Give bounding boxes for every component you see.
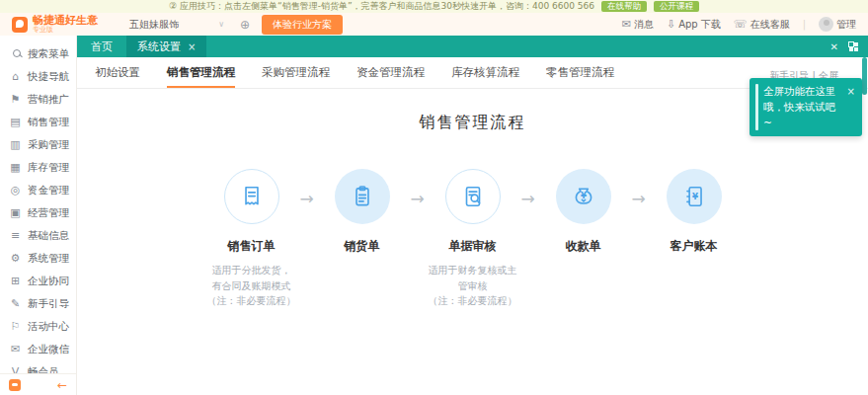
sidebar: 搜索菜单 ⌂快捷导航 ⚑营销推广 ▤销售管理 ▥采购管理 ▦库存管理 ◎资金管理…: [0, 36, 77, 395]
step-note: 适用于分批发货， 有合同及账期模式 （注：非必要流程）: [207, 263, 296, 309]
audit-circle: [445, 169, 501, 224]
sidebar-item-inventory[interactable]: ▦库存管理: [0, 156, 76, 179]
app-download-link[interactable]: ⇩ App 下载: [667, 18, 721, 32]
scrollbar-thumb[interactable]: [862, 57, 867, 95]
logo-name: 畅捷通好生意: [33, 15, 98, 26]
tile-view-icon[interactable]: [848, 41, 858, 51]
home-icon: ⌂: [9, 70, 22, 83]
fullscreen-tooltip: 全屏功能在这里哦，快来试试吧~ ×: [750, 78, 862, 136]
customer-ledger-circle: ¥: [667, 169, 722, 224]
sidebar-footer: ←: [0, 373, 76, 395]
sidebar-item-member[interactable]: V畅会员: [0, 360, 76, 373]
flow-arrow-icon: →: [520, 189, 536, 208]
subtab-initial-settings[interactable]: 初始设置: [95, 57, 140, 88]
envelope-icon: ✉: [9, 343, 22, 356]
user-menu[interactable]: 管理: [819, 17, 856, 32]
subtab-inventory-process[interactable]: 库存核算流程: [451, 57, 519, 88]
flow-step-receipt: ¥ 收款单: [536, 169, 631, 255]
company-select-value: 五姐妹服饰: [129, 18, 179, 32]
payment-pouch-icon: ¥: [571, 184, 596, 209]
sidebar-item-collaboration[interactable]: ⊞企业协同: [0, 270, 76, 292]
collaboration-icon: ⊞: [9, 275, 22, 287]
message-icon: ✉: [622, 18, 631, 31]
tab-home[interactable]: 首页: [77, 40, 126, 54]
sidebar-item-sales[interactable]: ▤销售管理: [0, 111, 76, 133]
info-icon: ②: [169, 1, 177, 11]
sidebar-item-search-menu[interactable]: 搜索菜单: [0, 42, 76, 65]
help-online-button[interactable]: 在线帮助: [601, 1, 647, 12]
sidebar-item-funds[interactable]: ◎资金管理: [0, 179, 76, 201]
subtab-retail-process[interactable]: 零售管理流程: [546, 57, 614, 88]
sidebar-item-beginner-guide[interactable]: ✎新手引导: [0, 292, 76, 315]
report-chart-icon: ▣: [9, 206, 22, 219]
subtab-sales-process[interactable]: 销售管理流程: [167, 57, 235, 88]
sidebar-item-purchase[interactable]: ▥采购管理: [0, 133, 76, 156]
try-industry-solution-button[interactable]: 体验行业方案: [262, 15, 343, 35]
sales-flow-diagram: 销售订单 适用于分批发货， 有合同及账期模式 （注：非必要流程） →: [77, 169, 868, 309]
company-select[interactable]: 五姐妹服饰 ∨: [129, 18, 224, 32]
sidebar-item-marketing[interactable]: ⚑营销推广: [0, 88, 76, 111]
sidebar-item-base-info[interactable]: ≡基础信息: [0, 224, 76, 247]
audit-search-icon: [460, 184, 486, 209]
app-logo: 畅捷通好生意 专业版: [12, 15, 98, 34]
step-note: 适用于财务复核或主 管审核 （注：非必要流程）: [429, 263, 517, 309]
tab-system-settings[interactable]: 系统设置 ×: [126, 36, 206, 57]
flow-arrow-icon: →: [299, 189, 315, 208]
flow-arrow-icon: →: [410, 189, 426, 208]
svg-text:¥: ¥: [692, 192, 698, 201]
subtab-funds-process[interactable]: 资金管理流程: [356, 57, 425, 88]
gear-icon: ⚙: [9, 252, 22, 265]
notice-text: ② 应用技巧：点击左侧菜单“销售管理-销货单”，完善客户和商品信息30秒快速开单…: [169, 0, 594, 13]
sidebar-item-activity-center[interactable]: ⚐活动中心: [0, 315, 76, 338]
funds-coin-icon: ◎: [9, 184, 22, 197]
sidebar-item-system[interactable]: ⚙系统管理: [0, 247, 76, 270]
sales-order-circle: [224, 169, 279, 224]
svg-text:¥: ¥: [580, 191, 586, 200]
order-receipt-icon: [239, 184, 265, 209]
divider: |: [803, 19, 806, 30]
sales-invoice-circle: [335, 169, 390, 224]
flow-step-audit: 单据审核 适用于财务复核或主 管审核 （注：非必要流程）: [426, 169, 520, 309]
flow-arrow-icon: →: [631, 189, 647, 208]
headset-icon: ☏: [734, 18, 748, 31]
inventory-box-icon: ▦: [9, 161, 22, 174]
customer-ledger-icon: ¥: [681, 184, 707, 209]
sidebar-item-operation[interactable]: ▣经营管理: [0, 201, 76, 224]
tooltip-text: 全屏功能在这里哦，快来试试吧~: [763, 84, 840, 130]
vertical-scrollbar[interactable]: [862, 57, 867, 395]
open-course-button[interactable]: 公开课程: [654, 1, 699, 12]
download-icon: ⇩: [667, 18, 675, 31]
chevron-down-icon: ∨: [218, 20, 224, 29]
notice-bar: ② 应用技巧：点击左侧菜单“销售管理-销货单”，完善客户和商品信息30秒快速开单…: [0, 0, 868, 13]
close-tooltip-icon[interactable]: ×: [847, 84, 855, 130]
assistant-icon[interactable]: [9, 379, 21, 391]
logo-edition: 专业版: [33, 27, 98, 34]
messages-link[interactable]: ✉ 消息: [622, 18, 654, 32]
collapse-sidebar-icon[interactable]: ←: [57, 378, 67, 392]
purchase-icon: ▥: [9, 138, 22, 151]
sidebar-item-quick-nav[interactable]: ⌂快捷导航: [0, 65, 76, 88]
subtab-purchase-process[interactable]: 采购管理流程: [262, 57, 330, 88]
online-service-link[interactable]: ☏ 在线客服: [734, 18, 790, 32]
flow-step-sales-order: 销售订单 适用于分批发货， 有合同及账期模式 （注：非必要流程）: [204, 169, 299, 309]
flag-icon: ⚑: [9, 93, 22, 106]
user-label: 管理: [836, 18, 856, 32]
settings-content: 初始设置 销售管理流程 采购管理流程 资金管理流程 库存核算流程 零售管理流程 …: [77, 57, 868, 395]
base-info-icon: ≡: [9, 229, 22, 242]
logo-icon: [12, 17, 28, 33]
sidebar-item-wecom[interactable]: ✉企业微信: [0, 338, 76, 360]
activity-flag-icon: ⚐: [9, 320, 22, 333]
pencil-guide-icon: ✎: [9, 297, 22, 310]
close-all-tabs-icon[interactable]: ✕: [830, 41, 838, 52]
sales-doc-icon: ▤: [9, 116, 22, 128]
flow-step-sales-invoice: 销货单: [315, 169, 410, 255]
globe-icon[interactable]: ⊕: [240, 18, 250, 32]
clipboard-icon: [350, 184, 375, 209]
header-bar: 畅捷通好生意 专业版 五姐妹服饰 ∨ ⊕ 体验行业方案 ✉ 消息 ⇩ App 下…: [0, 13, 868, 36]
main-area: 首页 系统设置 × ✕ 初始设置 销售管理流程 采购管理流程 资金管理流程 库存…: [77, 36, 868, 395]
search-icon: [9, 47, 22, 60]
flow-step-customer-ledger: ¥ 客户账本: [647, 169, 742, 255]
workspace-tab-bar: 首页 系统设置 × ✕: [77, 36, 868, 57]
avatar: [819, 17, 833, 32]
close-tab-icon[interactable]: ×: [188, 41, 196, 52]
